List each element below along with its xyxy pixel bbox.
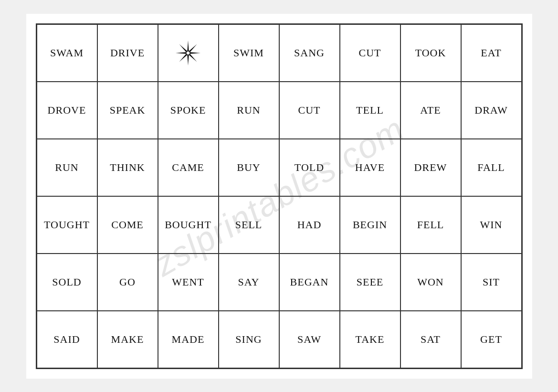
grid-cell: COME: [97, 196, 158, 254]
grid-cell: [158, 24, 219, 82]
grid-cell: SPEAK: [97, 82, 158, 139]
grid-cell: FALL: [461, 139, 522, 196]
grid-cell: CUT: [340, 24, 400, 82]
grid-cell: WON: [400, 254, 461, 311]
grid-cell: TAKE: [340, 311, 400, 368]
grid-cell: CAME: [158, 139, 219, 196]
grid-cell: DRIVE: [97, 24, 158, 82]
grid-cell: ATE: [400, 82, 461, 139]
grid-cell: WIN: [461, 196, 522, 254]
grid-cell: FELL: [400, 196, 461, 254]
grid-cell: SEEE: [340, 254, 400, 311]
grid-cell: HAD: [279, 196, 340, 254]
grid-cell: SING: [219, 311, 279, 368]
grid-cell: DRAW: [461, 82, 522, 139]
grid-cell: MADE: [158, 311, 219, 368]
grid-cell: WENT: [158, 254, 219, 311]
grid-cell: SOLD: [37, 254, 97, 311]
grid-cell: EAT: [461, 24, 522, 82]
grid-cell: DROVE: [37, 82, 97, 139]
grid-cell: DREW: [400, 139, 461, 196]
grid-cell: SIT: [461, 254, 522, 311]
grid-cell: GO: [97, 254, 158, 311]
word-grid: SWAMDRIVESWIMSANGCUTTOOKEATDROVESPEAKSPO…: [36, 23, 523, 369]
grid-cell: BEGIN: [340, 196, 400, 254]
grid-cell: TOUGHT: [37, 196, 97, 254]
grid-cell: GET: [461, 311, 522, 368]
grid-cell: CUT: [279, 82, 340, 139]
grid-cell: SAY: [219, 254, 279, 311]
grid-cell: SWAM: [37, 24, 97, 82]
grid-cell: HAVE: [340, 139, 400, 196]
grid-cell: SPOKE: [158, 82, 219, 139]
grid-cell: THINK: [97, 139, 158, 196]
grid-cell: SWIM: [219, 24, 279, 82]
grid-cell: MAKE: [97, 311, 158, 368]
svg-point-1: [187, 51, 190, 54]
grid-cell: BEGAN: [279, 254, 340, 311]
page: zslprintables.com SWAMDRIVESWIMSANGCUTTO…: [26, 14, 532, 379]
grid-cell: SANG: [279, 24, 340, 82]
grid-cell: SELL: [219, 196, 279, 254]
compass-star-icon: [174, 39, 202, 67]
grid-cell: RUN: [219, 82, 279, 139]
grid-cell: SAT: [400, 311, 461, 368]
grid-cell: RUN: [37, 139, 97, 196]
grid-cell: BOUGHT: [158, 196, 219, 254]
grid-cell: TOLD: [279, 139, 340, 196]
grid-cell: BUY: [219, 139, 279, 196]
grid-cell: TOOK: [400, 24, 461, 82]
grid-cell: SAW: [279, 311, 340, 368]
grid-cell: TELL: [340, 82, 400, 139]
grid-cell: SAID: [37, 311, 97, 368]
